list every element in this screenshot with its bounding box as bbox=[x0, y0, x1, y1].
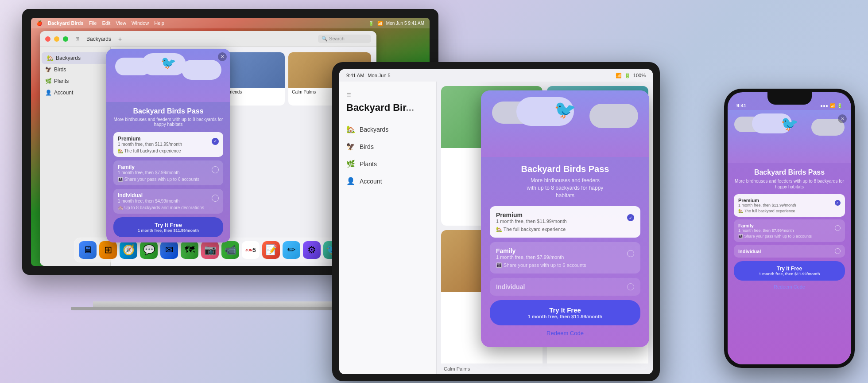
ipad-sidebar: ☰ Backyard Bir... 🏡 Backyards 🦅 Birds 🌿 … bbox=[339, 82, 437, 374]
mac-cta-button[interactable]: Try It Free 1 month free, then $11.59/mo… bbox=[113, 217, 223, 237]
iphone-paywall-title: Backyard Birds Pass bbox=[734, 168, 845, 176]
sidebar-item-backyards[interactable]: 🏡 Backyards bbox=[42, 52, 108, 64]
mac-plan-individual[interactable]: Individual 1 month free, then $4.99/mont… bbox=[113, 189, 223, 214]
birds-icon: 🦅 bbox=[45, 66, 51, 73]
mac-cta-label: Try It Free bbox=[118, 222, 219, 228]
ipad-sidebar-birds[interactable]: 🦅 Birds bbox=[339, 138, 436, 155]
iphone-plan-premium[interactable]: Premium 1 month free, then $11.99/month … bbox=[734, 194, 845, 217]
ipad-paywall-body: Backyard Birds Pass More birdhouses and … bbox=[481, 157, 649, 347]
backyard-icon: 🏡 bbox=[118, 149, 123, 153]
iphone-individual-empty-icon bbox=[835, 248, 841, 254]
new-tab-button[interactable]: + bbox=[118, 35, 122, 43]
ipad-bird-icon: 🐦 bbox=[554, 99, 576, 120]
family-unselected-icon bbox=[212, 166, 219, 173]
ipad-redeem-link[interactable]: Redeem Code bbox=[490, 330, 640, 340]
dock-xcode[interactable]: ⚙ bbox=[303, 241, 321, 259]
dock-finder[interactable]: 🖥 bbox=[79, 241, 97, 259]
iphone-redeem-link[interactable]: Redeem Code bbox=[734, 284, 845, 289]
iphone-plan-family[interactable]: Family 1 month free, then $7.99/month 👨‍… bbox=[734, 219, 845, 242]
window-title: Backyards bbox=[86, 36, 111, 42]
dock-reminders[interactable]: 📝 bbox=[262, 241, 280, 259]
dock-messages[interactable]: 💬 bbox=[140, 241, 158, 259]
ipad-sidebar-backyards[interactable]: 🏡 Backyards bbox=[339, 121, 436, 138]
ipad-wifi-icon: 🔋 bbox=[624, 73, 631, 78]
account-icon: 👤 bbox=[45, 90, 51, 96]
individual-unselected-icon bbox=[212, 195, 219, 202]
mac-plan-individual-header: Individual 1 month free, then $4.99/mont… bbox=[118, 192, 219, 203]
search-bar[interactable]: 🔍 Search bbox=[318, 35, 371, 43]
ipad-sidebar-account[interactable]: 👤 Account bbox=[339, 172, 436, 190]
sidebar-item-plants[interactable]: 🌿 Plants bbox=[40, 75, 110, 87]
mac-plan-premium[interactable]: Premium 1 month free, then $11.99/month … bbox=[113, 132, 223, 157]
ipad-premium-check-icon: ✓ bbox=[627, 214, 634, 221]
ipad-cta-button[interactable]: Try It Free 1 month free, then $11.99/mo… bbox=[490, 300, 640, 325]
dock-launchpad[interactable]: ⊞ bbox=[99, 241, 117, 259]
menu-edit[interactable]: Edit bbox=[102, 20, 110, 26]
iphone-paywall-close-button[interactable]: ✕ bbox=[838, 114, 847, 123]
sidebar-item-birds[interactable]: 🦅 Birds bbox=[40, 64, 110, 75]
iphone-backyard-icon: 🏡 bbox=[738, 209, 743, 213]
close-button[interactable] bbox=[45, 36, 50, 42]
ipad-birds-icon: 🦅 bbox=[346, 142, 355, 151]
iphone-paywall-subtitle: More birdhouses and feeders with up to 8… bbox=[734, 178, 845, 190]
ipad-screen: 9:41 AM Mon Jun 5 📶 🔋 100% ☰ Backyard Bi… bbox=[339, 69, 653, 374]
mac-paywall-header: 🐦 bbox=[106, 49, 230, 102]
iphone-statusbar-right: ●●● 📶 🔋 bbox=[820, 103, 842, 108]
individual-icon: 🏘️ bbox=[118, 205, 123, 210]
ipad-plan-individual[interactable]: Individual bbox=[490, 278, 640, 296]
mac-plan-family[interactable]: Family 1 month free, then $7.99/month 👨‍… bbox=[113, 160, 223, 185]
iphone-plan-individual[interactable]: Individual bbox=[734, 245, 845, 258]
dock-freeform[interactable]: ✏ bbox=[283, 241, 300, 259]
maximize-button[interactable] bbox=[63, 36, 68, 42]
bird-icon: 🐦 bbox=[161, 55, 176, 70]
menu-view[interactable]: View bbox=[116, 20, 126, 26]
dock-maps[interactable]: 🗺 bbox=[181, 241, 198, 259]
iphone-plan-family-header: Family 1 month free, then $7.99/month bbox=[738, 223, 841, 233]
iphone-plan-premium-header: Premium 1 month free, then $11.99/month … bbox=[738, 198, 841, 207]
dock-safari[interactable]: 🧭 bbox=[120, 241, 137, 259]
iphone-cta-button[interactable]: Try It Free 1 month free, then $11.99/mo… bbox=[734, 261, 845, 281]
iphone-plan-family-price: 1 month free, then $7.99/month bbox=[738, 228, 794, 233]
ipad-plan-individual-name: Individual bbox=[496, 283, 525, 290]
mac-plan-family-price: 1 month free, then $7.99/month bbox=[118, 170, 180, 175]
ipad-plan-family[interactable]: Family 1 month free, then $7.99/month 👨‍… bbox=[490, 242, 640, 274]
menu-file[interactable]: File bbox=[89, 20, 97, 26]
ipad-plan-family-price: 1 month free, then $7.99/month bbox=[496, 254, 564, 260]
mac-plan-individual-price: 1 month free, then $4.99/month bbox=[118, 199, 180, 203]
menu-window[interactable]: Window bbox=[132, 20, 149, 26]
iphone-screen: 9:41 ●●● 📶 🔋 ✕ 🐦 Backyard Birds Pass Mor… bbox=[728, 92, 851, 364]
dock-mail[interactable]: ✉ bbox=[160, 241, 178, 259]
iphone-signal-icon: ●●● bbox=[820, 103, 828, 108]
menu-help[interactable]: Help bbox=[154, 20, 164, 26]
iphone: 9:41 ●●● 📶 🔋 ✕ 🐦 Backyard Birds Pass Mor… bbox=[724, 89, 855, 368]
iphone-plan-individual-name: Individual bbox=[738, 249, 761, 254]
ipad-sidebar-plants[interactable]: 🌿 Plants bbox=[339, 155, 436, 172]
backyards-icon: 🏡 bbox=[47, 55, 53, 61]
menubar-time: Mon Jun 5 9:41 AM bbox=[386, 21, 424, 26]
mac-menubar: 🍎 Backyard Birds File Edit View Window H… bbox=[31, 18, 430, 28]
app-name: Backyard Birds bbox=[48, 20, 84, 26]
ipad-plan-premium-header: Premium 1 month free, then $11.99/month … bbox=[496, 211, 634, 224]
dock-photos[interactable]: 📷 bbox=[201, 241, 219, 259]
iphone-plan-family-desc: 👨‍👩‍👧 Share your pass with up to 6 accou… bbox=[738, 234, 841, 238]
iphone-plan-premium-price: 1 month free, then $11.99/month bbox=[738, 203, 796, 207]
ipad-paywall-header: 🐦 bbox=[481, 90, 649, 157]
dock-calendar[interactable]: JUN 5 bbox=[242, 241, 260, 259]
plants-icon: 🌿 bbox=[45, 78, 51, 84]
dock-facetime[interactable]: 📹 bbox=[221, 241, 239, 259]
mac-plan-individual-desc: 🏘️ Up to 8 backyards and more decoration… bbox=[118, 205, 219, 210]
minimize-button[interactable] bbox=[54, 36, 59, 42]
family-icon: 👨‍👩‍👧 bbox=[118, 177, 123, 182]
ipad-plan-premium-price: 1 month free, then $11.99/month bbox=[496, 219, 567, 224]
sidebar-item-account[interactable]: 👤 Account bbox=[40, 87, 110, 98]
iphone-bird-icon: 🐦 bbox=[781, 115, 798, 132]
ipad-plan-family-desc: 👨‍👩‍👧 Share your pass with up to 6 accou… bbox=[496, 262, 634, 268]
mac-plan-family-name: Family bbox=[118, 164, 180, 170]
ipad-plan-premium[interactable]: Premium 1 month free, then $11.99/month … bbox=[490, 206, 640, 238]
mac-paywall-close-button[interactable]: ✕ bbox=[218, 52, 227, 61]
ipad-sidebar-menu-icon[interactable]: ☰ bbox=[339, 89, 436, 102]
ipad-app-layout: ☰ Backyard Bir... 🏡 Backyards 🦅 Birds 🌿 … bbox=[339, 82, 653, 374]
ipad-date: Mon Jun 5 bbox=[368, 73, 390, 78]
ipad-paywall-title: Backyard Birds Pass bbox=[490, 164, 640, 174]
ipad-family-icon: 👨‍👩‍👧 bbox=[496, 262, 502, 268]
